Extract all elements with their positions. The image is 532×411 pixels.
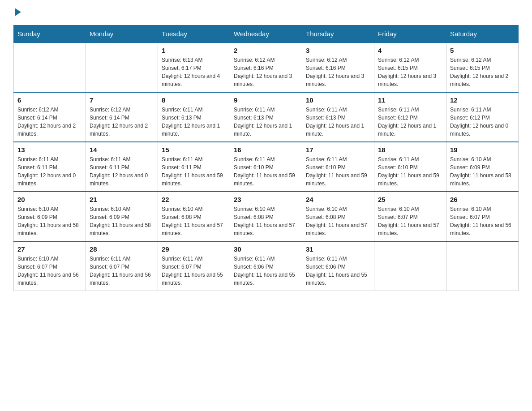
calendar-cell <box>374 241 446 291</box>
calendar-cell: 6Sunrise: 6:12 AMSunset: 6:14 PMDaylight… <box>14 92 86 142</box>
day-info: Sunrise: 6:10 AMSunset: 6:08 PMDaylight:… <box>306 205 370 237</box>
calendar-cell: 19Sunrise: 6:10 AMSunset: 6:09 PMDayligh… <box>446 142 519 192</box>
day-number: 19 <box>450 146 515 154</box>
calendar-cell: 20Sunrise: 6:10 AMSunset: 6:09 PMDayligh… <box>14 192 86 241</box>
calendar-cell: 27Sunrise: 6:10 AMSunset: 6:07 PMDayligh… <box>14 241 86 291</box>
day-info: Sunrise: 6:10 AMSunset: 6:09 PMDaylight:… <box>450 155 515 188</box>
calendar-cell: 13Sunrise: 6:11 AMSunset: 6:11 PMDayligh… <box>14 142 86 192</box>
day-info: Sunrise: 6:10 AMSunset: 6:08 PMDaylight:… <box>162 205 226 237</box>
day-info: Sunrise: 6:12 AMSunset: 6:15 PMDaylight:… <box>378 56 442 88</box>
day-info: Sunrise: 6:11 AMSunset: 6:06 PMDaylight:… <box>234 255 298 287</box>
calendar-cell: 29Sunrise: 6:11 AMSunset: 6:07 PMDayligh… <box>158 241 230 291</box>
logo <box>13 9 21 16</box>
calendar-cell: 26Sunrise: 6:10 AMSunset: 6:07 PMDayligh… <box>446 192 519 241</box>
calendar-table: SundayMondayTuesdayWednesdayThursdayFrid… <box>13 25 519 291</box>
day-info: Sunrise: 6:12 AMSunset: 6:15 PMDaylight:… <box>450 56 515 88</box>
calendar-week-row: 6Sunrise: 6:12 AMSunset: 6:14 PMDaylight… <box>14 92 519 142</box>
day-number: 10 <box>306 96 370 104</box>
day-info: Sunrise: 6:10 AMSunset: 6:08 PMDaylight:… <box>234 205 298 237</box>
day-info: Sunrise: 6:11 AMSunset: 6:06 PMDaylight:… <box>306 255 370 287</box>
day-header-friday: Friday <box>374 26 446 43</box>
day-number: 27 <box>17 245 82 253</box>
day-info: Sunrise: 6:12 AMSunset: 6:16 PMDaylight:… <box>306 56 370 88</box>
calendar-cell: 7Sunrise: 6:12 AMSunset: 6:14 PMDaylight… <box>86 92 158 142</box>
calendar-cell: 8Sunrise: 6:11 AMSunset: 6:13 PMDaylight… <box>158 92 230 142</box>
day-info: Sunrise: 6:12 AMSunset: 6:14 PMDaylight:… <box>90 106 154 138</box>
day-number: 2 <box>234 47 298 54</box>
day-number: 30 <box>234 245 298 253</box>
day-number: 26 <box>450 196 515 203</box>
day-info: Sunrise: 6:11 AMSunset: 6:13 PMDaylight:… <box>234 106 298 138</box>
calendar-cell: 21Sunrise: 6:10 AMSunset: 6:09 PMDayligh… <box>86 192 158 241</box>
page-header <box>13 9 519 16</box>
day-header-wednesday: Wednesday <box>230 26 302 43</box>
calendar-cell: 12Sunrise: 6:11 AMSunset: 6:12 PMDayligh… <box>446 92 519 142</box>
day-info: Sunrise: 6:11 AMSunset: 6:12 PMDaylight:… <box>450 106 515 138</box>
calendar-cell: 5Sunrise: 6:12 AMSunset: 6:15 PMDaylight… <box>446 43 519 92</box>
day-info: Sunrise: 6:11 AMSunset: 6:11 PMDaylight:… <box>17 155 82 188</box>
day-number: 23 <box>234 196 298 203</box>
day-header-saturday: Saturday <box>446 26 519 43</box>
calendar-header: SundayMondayTuesdayWednesdayThursdayFrid… <box>14 26 519 43</box>
calendar-cell: 25Sunrise: 6:10 AMSunset: 6:07 PMDayligh… <box>374 192 446 241</box>
day-info: Sunrise: 6:12 AMSunset: 6:14 PMDaylight:… <box>17 106 82 138</box>
day-info: Sunrise: 6:10 AMSunset: 6:09 PMDaylight:… <box>90 205 154 237</box>
day-info: Sunrise: 6:11 AMSunset: 6:11 PMDaylight:… <box>162 155 226 188</box>
day-info: Sunrise: 6:11 AMSunset: 6:12 PMDaylight:… <box>378 106 442 138</box>
day-number: 11 <box>378 96 442 104</box>
calendar-week-row: 20Sunrise: 6:10 AMSunset: 6:09 PMDayligh… <box>14 192 519 241</box>
day-number: 13 <box>17 146 82 154</box>
day-number: 28 <box>90 245 154 253</box>
day-number: 22 <box>162 196 226 203</box>
day-info: Sunrise: 6:11 AMSunset: 6:10 PMDaylight:… <box>378 155 442 188</box>
day-number: 5 <box>450 47 515 54</box>
calendar-cell <box>86 43 158 92</box>
day-number: 29 <box>162 245 226 253</box>
day-number: 6 <box>17 96 82 104</box>
day-header-thursday: Thursday <box>302 26 374 43</box>
day-info: Sunrise: 6:12 AMSunset: 6:16 PMDaylight:… <box>234 56 298 88</box>
day-info: Sunrise: 6:11 AMSunset: 6:07 PMDaylight:… <box>90 255 154 287</box>
calendar-week-row: 1Sunrise: 6:13 AMSunset: 6:17 PMDaylight… <box>14 43 519 92</box>
day-info: Sunrise: 6:13 AMSunset: 6:17 PMDaylight:… <box>162 56 226 88</box>
day-number: 8 <box>162 96 226 104</box>
calendar-cell: 14Sunrise: 6:11 AMSunset: 6:11 PMDayligh… <box>86 142 158 192</box>
calendar-cell: 22Sunrise: 6:10 AMSunset: 6:08 PMDayligh… <box>158 192 230 241</box>
day-number: 20 <box>17 196 82 203</box>
day-number: 16 <box>234 146 298 154</box>
calendar-cell: 16Sunrise: 6:11 AMSunset: 6:10 PMDayligh… <box>230 142 302 192</box>
day-header-row: SundayMondayTuesdayWednesdayThursdayFrid… <box>14 26 519 43</box>
day-number: 12 <box>450 96 515 104</box>
day-info: Sunrise: 6:11 AMSunset: 6:13 PMDaylight:… <box>306 106 370 138</box>
day-info: Sunrise: 6:11 AMSunset: 6:10 PMDaylight:… <box>234 155 298 188</box>
day-number: 17 <box>306 146 370 154</box>
calendar-body: 1Sunrise: 6:13 AMSunset: 6:17 PMDaylight… <box>14 43 519 291</box>
day-info: Sunrise: 6:10 AMSunset: 6:07 PMDaylight:… <box>17 255 82 287</box>
day-number: 14 <box>90 146 154 154</box>
calendar-cell: 28Sunrise: 6:11 AMSunset: 6:07 PMDayligh… <box>86 241 158 291</box>
day-number: 7 <box>90 96 154 104</box>
calendar-cell: 17Sunrise: 6:11 AMSunset: 6:10 PMDayligh… <box>302 142 374 192</box>
calendar-cell: 9Sunrise: 6:11 AMSunset: 6:13 PMDaylight… <box>230 92 302 142</box>
day-number: 3 <box>306 47 370 54</box>
day-number: 4 <box>378 47 442 54</box>
day-number: 1 <box>162 47 226 54</box>
calendar-cell: 30Sunrise: 6:11 AMSunset: 6:06 PMDayligh… <box>230 241 302 291</box>
calendar-cell: 1Sunrise: 6:13 AMSunset: 6:17 PMDaylight… <box>158 43 230 92</box>
day-info: Sunrise: 6:11 AMSunset: 6:10 PMDaylight:… <box>306 155 370 188</box>
calendar-cell: 4Sunrise: 6:12 AMSunset: 6:15 PMDaylight… <box>374 43 446 92</box>
calendar-cell: 3Sunrise: 6:12 AMSunset: 6:16 PMDaylight… <box>302 43 374 92</box>
day-number: 21 <box>90 196 154 203</box>
calendar-week-row: 13Sunrise: 6:11 AMSunset: 6:11 PMDayligh… <box>14 142 519 192</box>
logo-arrow-icon <box>15 8 21 16</box>
day-header-tuesday: Tuesday <box>158 26 230 43</box>
calendar-cell: 23Sunrise: 6:10 AMSunset: 6:08 PMDayligh… <box>230 192 302 241</box>
calendar-cell: 31Sunrise: 6:11 AMSunset: 6:06 PMDayligh… <box>302 241 374 291</box>
calendar-cell: 18Sunrise: 6:11 AMSunset: 6:10 PMDayligh… <box>374 142 446 192</box>
day-number: 31 <box>306 245 370 253</box>
day-header-monday: Monday <box>86 26 158 43</box>
day-info: Sunrise: 6:11 AMSunset: 6:13 PMDaylight:… <box>162 106 226 138</box>
day-info: Sunrise: 6:11 AMSunset: 6:07 PMDaylight:… <box>162 255 226 287</box>
day-info: Sunrise: 6:10 AMSunset: 6:09 PMDaylight:… <box>17 205 82 237</box>
day-info: Sunrise: 6:10 AMSunset: 6:07 PMDaylight:… <box>450 205 515 237</box>
